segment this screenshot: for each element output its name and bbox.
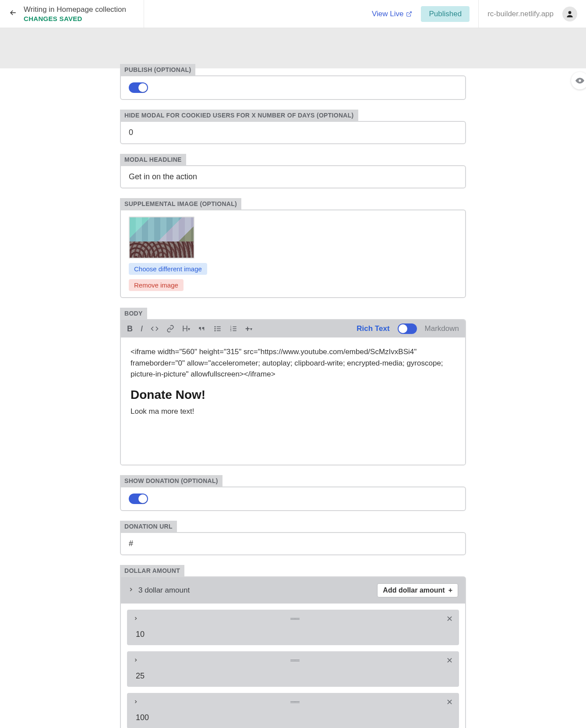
dollar-amount-label: DOLLAR AMOUNT <box>120 565 184 576</box>
field-dollar-amount: DOLLAR AMOUNT 3 dollar amount Add dollar… <box>120 565 466 728</box>
link-icon[interactable] <box>166 325 174 333</box>
add-block-icon[interactable]: +▾ <box>245 324 252 334</box>
field-modal-headline: MODAL HEADLINE <box>120 154 466 188</box>
back-arrow-icon[interactable] <box>9 8 18 19</box>
editor-toolbar: B I H▾ 123 <box>121 320 465 337</box>
editor-mode-toggle[interactable] <box>398 323 417 334</box>
drag-handle-icon[interactable]: ══ <box>290 615 299 623</box>
quote-icon[interactable] <box>198 325 206 333</box>
dollar-amount-item: ══ ✕ 100 <box>127 693 459 728</box>
bullet-list-icon[interactable] <box>214 325 222 333</box>
supp-image-label: SUPPLEMENTAL IMAGE (OPTIONAL) <box>120 198 241 210</box>
remove-item-icon[interactable]: ✕ <box>446 656 453 665</box>
amount-value: 10 <box>127 628 459 639</box>
heading-icon[interactable]: H▾ <box>182 324 190 334</box>
drag-handle-icon[interactable]: ══ <box>290 657 299 664</box>
grey-strip <box>0 28 586 68</box>
hide-modal-label: HIDE MODAL FOR COOKIED USERS FOR X NUMBE… <box>120 110 358 121</box>
external-link-icon <box>406 11 412 17</box>
add-dollar-button[interactable]: Add dollar amount + <box>377 583 458 597</box>
svg-point-0 <box>568 11 572 14</box>
item-chevron-icon[interactable] <box>133 698 138 706</box>
modal-headline-label: MODAL HEADLINE <box>120 154 186 165</box>
view-live-label: View Live <box>372 10 403 18</box>
svg-point-5 <box>215 327 215 327</box>
preview-eye-button[interactable] <box>571 72 586 89</box>
editor-body[interactable]: <iframe width="560" height="315" src="ht… <box>121 337 465 465</box>
dollar-amount-item: ══ ✕ 10 <box>127 610 459 645</box>
donation-url-input[interactable] <box>129 539 457 548</box>
svg-point-6 <box>215 328 215 329</box>
dollar-count-text: 3 dollar amount <box>138 586 190 595</box>
user-icon <box>565 10 574 18</box>
publish-label: PUBLISH (OPTIONAL) <box>120 64 195 75</box>
body-paragraph: Look ma more text! <box>131 407 455 416</box>
remove-item-icon[interactable]: ✕ <box>446 697 453 707</box>
dollar-amount-item: ══ ✕ 25 <box>127 651 459 687</box>
save-status: CHANGES SAVED <box>24 14 126 23</box>
remove-item-icon[interactable]: ✕ <box>446 614 453 624</box>
rich-text-label: Rich Text <box>357 324 389 333</box>
amount-value: 25 <box>127 670 459 681</box>
numbered-list-icon[interactable]: 123 <box>229 325 237 333</box>
italic-icon[interactable]: I <box>141 324 143 334</box>
choose-image-button[interactable]: Choose different image <box>129 263 207 275</box>
field-body: BODY B I H▾ <box>120 308 466 465</box>
modal-headline-input[interactable] <box>129 172 457 181</box>
field-publish: PUBLISH (OPTIONAL) <box>120 64 466 100</box>
svg-point-7 <box>215 330 215 331</box>
add-dollar-label: Add dollar amount <box>383 586 445 594</box>
body-heading: Donate Now! <box>131 388 455 402</box>
avatar[interactable] <box>562 7 577 21</box>
collapse-icon[interactable] <box>128 586 134 594</box>
collection-name: Writing in Homepage collection <box>24 5 126 14</box>
code-icon[interactable] <box>151 325 159 333</box>
donation-url-label: DONATION URL <box>120 521 177 532</box>
svg-text:3: 3 <box>230 329 232 332</box>
eye-icon <box>575 76 585 85</box>
drag-handle-icon[interactable]: ══ <box>290 698 299 706</box>
field-donation-url: DONATION URL <box>120 521 466 555</box>
bold-icon[interactable]: B <box>127 324 133 334</box>
markdown-label: Markdown <box>425 324 459 333</box>
body-label: BODY <box>120 308 147 319</box>
hide-modal-input[interactable] <box>129 128 457 137</box>
svg-point-1 <box>579 79 581 82</box>
dollar-list-items: ══ ✕ 10 ══ ✕ 25 <box>121 604 465 728</box>
field-hide-modal: HIDE MODAL FOR COOKIED USERS FOR X NUMBE… <box>120 110 466 144</box>
amount-value: 100 <box>127 711 459 722</box>
app-header: Writing in Homepage collection CHANGES S… <box>0 0 586 28</box>
field-supplemental-image: SUPPLEMENTAL IMAGE (OPTIONAL) Choose dif… <box>120 198 466 298</box>
item-chevron-icon[interactable] <box>133 615 138 623</box>
remove-image-button[interactable]: Remove image <box>129 279 184 291</box>
item-chevron-icon[interactable] <box>133 657 138 664</box>
image-thumbnail[interactable] <box>129 217 194 259</box>
field-show-donation: SHOW DONATION (OPTIONAL) <box>120 475 466 511</box>
show-donation-label: SHOW DONATION (OPTIONAL) <box>120 475 222 487</box>
publish-toggle[interactable] <box>129 82 148 93</box>
site-url: rc-builder.netlify.app <box>487 10 554 18</box>
show-donation-toggle[interactable] <box>129 494 148 504</box>
dollar-list-header: 3 dollar amount Add dollar amount + <box>121 577 465 604</box>
view-live-link[interactable]: View Live <box>372 10 412 18</box>
published-button[interactable]: Published <box>421 6 470 22</box>
body-iframe-text: <iframe width="560" height="315" src="ht… <box>131 346 455 380</box>
back-block: Writing in Homepage collection CHANGES S… <box>9 0 144 28</box>
header-divider <box>478 0 479 28</box>
plus-icon: + <box>448 586 452 594</box>
